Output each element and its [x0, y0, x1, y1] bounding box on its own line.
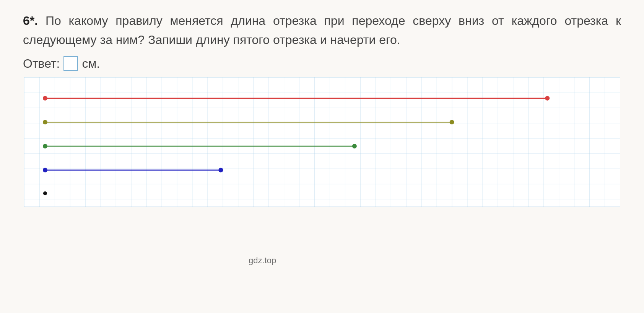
answer-label: Ответ:: [23, 57, 60, 71]
svg-point-7: [450, 120, 454, 125]
watermark-5: gdz.top: [249, 256, 276, 266]
grid-svg: [24, 77, 620, 207]
svg-rect-1: [24, 77, 620, 207]
page: 6*. По какому правилу меняется длина отр…: [0, 0, 644, 313]
question-number: 6*.: [23, 14, 38, 28]
answer-unit: см.: [82, 57, 100, 71]
svg-point-10: [352, 144, 357, 148]
question-text: 6*. По какому правилу меняется длина отр…: [23, 11, 621, 49]
svg-point-4: [545, 96, 550, 101]
svg-point-13: [218, 168, 223, 173]
svg-point-14: [43, 191, 47, 195]
question-body: По какому правилу меняется длина отрезка…: [23, 14, 621, 47]
grid-area: [24, 77, 620, 207]
answer-input-box[interactable]: [63, 56, 78, 71]
answer-line: Ответ: см.: [23, 56, 621, 71]
